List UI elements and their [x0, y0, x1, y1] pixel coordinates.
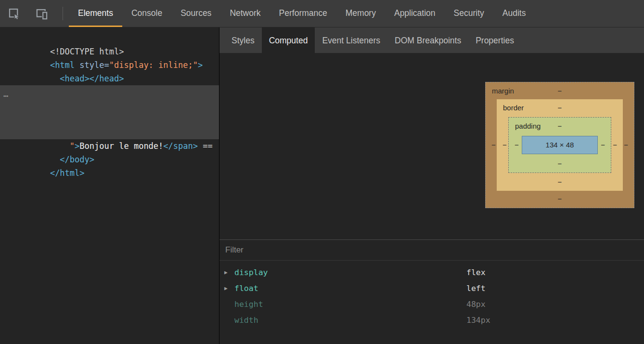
box-padding[interactable]: padding − − − − 134 × 48	[508, 117, 611, 173]
device-toolbar-button[interactable]	[34, 0, 50, 27]
dom-line-html-open[interactable]: <html style="display: inline;">	[0, 45, 219, 58]
tab-application[interactable]: Application	[385, 0, 445, 27]
dom-line-span-close[interactable]: ">Bonjour le monde!</span> ==	[0, 126, 219, 139]
panel-tabs: Elements Console Sources Network Perform…	[69, 0, 535, 27]
tag-token: </html>	[50, 168, 85, 178]
computed-row-height[interactable]: height 48px	[219, 296, 644, 312]
border-left-value[interactable]: −	[502, 141, 507, 149]
margin-right-value[interactable]: −	[624, 141, 628, 149]
dom-line-head[interactable]: <head></head>	[0, 58, 219, 72]
tab-properties[interactable]: Properties	[468, 27, 521, 53]
property-value: 134px	[466, 312, 490, 328]
devtools-toolbar: Elements Console Sources Network Perform…	[0, 0, 644, 27]
filter-bar	[219, 239, 644, 261]
tab-styles[interactable]: Styles	[224, 27, 262, 53]
padding-top-value[interactable]: −	[558, 122, 562, 131]
dom-line-doctype[interactable]: <!DOCTYPE html>	[0, 31, 219, 45]
filter-input[interactable]	[219, 245, 474, 255]
dom-line-body-open[interactable]: ▼<body>	[0, 72, 219, 85]
tab-console[interactable]: Console	[122, 0, 171, 27]
inspect-cursor-icon	[8, 7, 21, 20]
dom-line-span-open[interactable]: … <span style="	[0, 85, 219, 99]
property-value: left	[466, 280, 486, 296]
tab-computed[interactable]: Computed	[262, 27, 315, 53]
border-bottom-value[interactable]: −	[558, 178, 562, 186]
tab-memory[interactable]: Memory	[336, 0, 385, 27]
box-border[interactable]: border − − − − padding − − − − 134 × 4	[497, 99, 623, 191]
property-name: width	[234, 316, 258, 325]
expand-arrow-icon[interactable]: ▶	[224, 280, 228, 296]
computed-row-float[interactable]: ▶ float left	[219, 280, 644, 296]
property-name: float	[234, 284, 258, 293]
elements-tree-panel: <!DOCTYPE html> <html style="display: in…	[0, 27, 219, 344]
box-margin[interactable]: margin − − − − border − − − − padding −	[485, 82, 634, 208]
padding-bottom-value[interactable]: −	[558, 159, 562, 168]
margin-left-value[interactable]: −	[491, 141, 496, 149]
margin-bottom-value[interactable]: −	[558, 195, 562, 203]
inspect-element-button[interactable]	[6, 0, 22, 27]
padding-label: padding	[515, 122, 541, 131]
padding-right-value[interactable]: −	[601, 141, 605, 149]
padding-left-value[interactable]: −	[515, 141, 519, 149]
property-value: flex	[466, 265, 486, 280]
dom-line-body-close[interactable]: </body>	[0, 139, 219, 153]
devtools-window: Elements Console Sources Network Perform…	[0, 0, 644, 344]
computed-properties-list: ▶ display flex ▶ float left height 48px …	[219, 261, 644, 344]
computed-row-width[interactable]: width 134px	[219, 312, 644, 328]
tab-elements[interactable]: Elements	[69, 0, 122, 27]
tab-network[interactable]: Network	[220, 0, 270, 27]
content-size: 134 × 48	[546, 141, 574, 149]
dom-line-style-display[interactable]: display: inline-flex;	[0, 99, 219, 112]
box-content[interactable]: 134 × 48	[522, 136, 598, 154]
border-right-value[interactable]: −	[613, 141, 617, 149]
margin-label: margin	[492, 87, 514, 95]
tab-sources[interactable]: Sources	[171, 0, 220, 27]
margin-top-value[interactable]: −	[558, 87, 562, 95]
dom-line-html-close[interactable]: </html>	[0, 153, 219, 166]
tab-audits[interactable]: Audits	[493, 0, 535, 27]
expand-arrow-icon[interactable]: ▶	[224, 265, 228, 280]
property-value: 48px	[466, 296, 486, 312]
border-label: border	[503, 104, 524, 112]
devtools-main: <!DOCTYPE html> <html style="display: in…	[0, 27, 644, 344]
elements-sidebar: Styles Computed Event Listeners DOM Brea…	[219, 27, 644, 344]
device-toolbar-icon	[36, 7, 49, 20]
box-model-section: margin − − − − border − − − − padding −	[219, 53, 644, 239]
tab-security[interactable]: Security	[445, 0, 493, 27]
tab-performance[interactable]: Performance	[270, 0, 336, 27]
tab-dom-breakpoints[interactable]: DOM Breakpoints	[387, 27, 468, 53]
tab-event-listeners[interactable]: Event Listeners	[315, 27, 387, 53]
property-name: height	[234, 300, 263, 309]
computed-row-display[interactable]: ▶ display flex	[219, 265, 644, 280]
property-name: display	[234, 268, 268, 277]
border-top-value[interactable]: −	[558, 104, 562, 112]
toolbar-divider	[63, 7, 63, 20]
dom-line-style-float[interactable]: float: left;	[0, 112, 219, 126]
sidebar-tabs: Styles Computed Event Listeners DOM Brea…	[219, 27, 644, 53]
